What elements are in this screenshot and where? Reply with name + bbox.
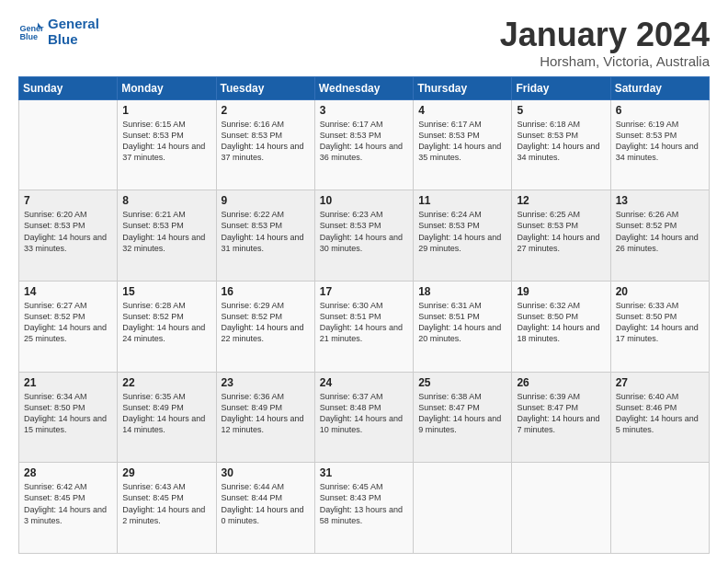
day-number: 18 bbox=[418, 285, 506, 298]
calendar-cell: 10Sunrise: 6:23 AM Sunset: 8:53 PM Dayli… bbox=[314, 190, 413, 282]
calendar-cell bbox=[610, 463, 709, 554]
cell-details: Sunrise: 6:32 AM Sunset: 8:50 PM Dayligh… bbox=[517, 300, 605, 345]
day-number: 15 bbox=[122, 285, 210, 298]
calendar-cell: 23Sunrise: 6:36 AM Sunset: 8:49 PM Dayli… bbox=[216, 372, 314, 463]
calendar-cell: 21Sunrise: 6:34 AM Sunset: 8:50 PM Dayli… bbox=[19, 372, 118, 463]
day-number: 22 bbox=[122, 376, 210, 389]
day-number: 21 bbox=[24, 376, 112, 389]
day-number: 24 bbox=[320, 376, 408, 389]
calendar-week-3: 14Sunrise: 6:27 AM Sunset: 8:52 PM Dayli… bbox=[19, 281, 710, 372]
header-friday: Friday bbox=[512, 76, 610, 99]
title-block: January 2024 Horsham, Victoria, Australi… bbox=[500, 17, 710, 69]
calendar-cell: 24Sunrise: 6:37 AM Sunset: 8:48 PM Dayli… bbox=[314, 372, 413, 463]
cell-details: Sunrise: 6:29 AM Sunset: 8:52 PM Dayligh… bbox=[222, 300, 310, 345]
cell-details: Sunrise: 6:44 AM Sunset: 8:44 PM Dayligh… bbox=[222, 481, 310, 526]
calendar-cell: 3Sunrise: 6:17 AM Sunset: 8:53 PM Daylig… bbox=[314, 99, 413, 190]
logo-general: General bbox=[48, 17, 99, 32]
day-number: 14 bbox=[24, 285, 112, 298]
cell-details: Sunrise: 6:17 AM Sunset: 8:53 PM Dayligh… bbox=[320, 119, 408, 164]
calendar-cell: 16Sunrise: 6:29 AM Sunset: 8:52 PM Dayli… bbox=[216, 281, 314, 372]
calendar-week-4: 21Sunrise: 6:34 AM Sunset: 8:50 PM Dayli… bbox=[19, 372, 710, 463]
day-number: 16 bbox=[222, 285, 310, 298]
cell-details: Sunrise: 6:45 AM Sunset: 8:43 PM Dayligh… bbox=[320, 481, 408, 526]
calendar-cell: 1Sunrise: 6:15 AM Sunset: 8:53 PM Daylig… bbox=[118, 99, 216, 190]
cell-details: Sunrise: 6:26 AM Sunset: 8:52 PM Dayligh… bbox=[616, 209, 704, 254]
day-number: 29 bbox=[122, 466, 210, 479]
calendar-header-row: Sunday Monday Tuesday Wednesday Thursday… bbox=[19, 76, 710, 99]
cell-details: Sunrise: 6:39 AM Sunset: 8:47 PM Dayligh… bbox=[517, 391, 605, 436]
day-number: 17 bbox=[320, 285, 408, 298]
logo: General Blue General Blue bbox=[18, 17, 99, 47]
calendar-cell: 22Sunrise: 6:35 AM Sunset: 8:49 PM Dayli… bbox=[118, 372, 216, 463]
cell-details: Sunrise: 6:18 AM Sunset: 8:53 PM Dayligh… bbox=[517, 119, 605, 164]
calendar-cell: 4Sunrise: 6:17 AM Sunset: 8:53 PM Daylig… bbox=[414, 99, 512, 190]
day-number: 31 bbox=[320, 466, 408, 479]
calendar-cell: 26Sunrise: 6:39 AM Sunset: 8:47 PM Dayli… bbox=[512, 372, 610, 463]
cell-details: Sunrise: 6:22 AM Sunset: 8:53 PM Dayligh… bbox=[222, 209, 310, 254]
day-number: 25 bbox=[418, 376, 506, 389]
calendar-cell bbox=[414, 463, 512, 554]
cell-details: Sunrise: 6:31 AM Sunset: 8:51 PM Dayligh… bbox=[418, 300, 506, 345]
day-number: 4 bbox=[418, 104, 506, 117]
header-thursday: Thursday bbox=[414, 76, 512, 99]
calendar-cell: 17Sunrise: 6:30 AM Sunset: 8:51 PM Dayli… bbox=[314, 281, 413, 372]
day-number: 26 bbox=[517, 376, 605, 389]
cell-details: Sunrise: 6:21 AM Sunset: 8:53 PM Dayligh… bbox=[122, 209, 210, 254]
day-number: 2 bbox=[222, 104, 310, 117]
cell-details: Sunrise: 6:36 AM Sunset: 8:49 PM Dayligh… bbox=[222, 391, 310, 436]
cell-details: Sunrise: 6:27 AM Sunset: 8:52 PM Dayligh… bbox=[24, 300, 112, 345]
cell-details: Sunrise: 6:28 AM Sunset: 8:52 PM Dayligh… bbox=[122, 300, 210, 345]
calendar-cell: 31Sunrise: 6:45 AM Sunset: 8:43 PM Dayli… bbox=[314, 463, 413, 554]
day-number: 10 bbox=[320, 194, 408, 207]
header-monday: Monday bbox=[118, 76, 216, 99]
calendar-cell: 20Sunrise: 6:33 AM Sunset: 8:50 PM Dayli… bbox=[610, 281, 709, 372]
cell-details: Sunrise: 6:37 AM Sunset: 8:48 PM Dayligh… bbox=[320, 391, 408, 436]
cell-details: Sunrise: 6:35 AM Sunset: 8:49 PM Dayligh… bbox=[122, 391, 210, 436]
calendar-cell: 14Sunrise: 6:27 AM Sunset: 8:52 PM Dayli… bbox=[19, 281, 118, 372]
svg-text:Blue: Blue bbox=[19, 32, 38, 41]
cell-details: Sunrise: 6:38 AM Sunset: 8:47 PM Dayligh… bbox=[418, 391, 506, 436]
svg-text:General: General bbox=[19, 23, 44, 32]
day-number: 7 bbox=[24, 194, 112, 207]
day-number: 30 bbox=[222, 466, 310, 479]
header-saturday: Saturday bbox=[610, 76, 709, 99]
calendar-week-5: 28Sunrise: 6:42 AM Sunset: 8:45 PM Dayli… bbox=[19, 463, 710, 554]
day-number: 11 bbox=[418, 194, 506, 207]
cell-details: Sunrise: 6:24 AM Sunset: 8:53 PM Dayligh… bbox=[418, 209, 506, 254]
day-number: 1 bbox=[122, 104, 210, 117]
cell-details: Sunrise: 6:17 AM Sunset: 8:53 PM Dayligh… bbox=[418, 119, 506, 164]
header-sunday: Sunday bbox=[19, 76, 118, 99]
day-number: 27 bbox=[616, 376, 704, 389]
calendar-cell: 25Sunrise: 6:38 AM Sunset: 8:47 PM Dayli… bbox=[414, 372, 512, 463]
cell-details: Sunrise: 6:16 AM Sunset: 8:53 PM Dayligh… bbox=[222, 119, 310, 164]
calendar-table: Sunday Monday Tuesday Wednesday Thursday… bbox=[18, 76, 710, 554]
calendar-cell: 30Sunrise: 6:44 AM Sunset: 8:44 PM Dayli… bbox=[216, 463, 314, 554]
cell-details: Sunrise: 6:40 AM Sunset: 8:46 PM Dayligh… bbox=[616, 391, 704, 436]
calendar-cell: 19Sunrise: 6:32 AM Sunset: 8:50 PM Dayli… bbox=[512, 281, 610, 372]
cell-details: Sunrise: 6:20 AM Sunset: 8:53 PM Dayligh… bbox=[24, 209, 112, 254]
calendar-cell: 15Sunrise: 6:28 AM Sunset: 8:52 PM Dayli… bbox=[118, 281, 216, 372]
calendar-week-1: 1Sunrise: 6:15 AM Sunset: 8:53 PM Daylig… bbox=[19, 99, 710, 190]
location: Horsham, Victoria, Australia bbox=[500, 53, 710, 69]
page: General Blue General Blue January 2024 H… bbox=[0, 0, 728, 563]
header-wednesday: Wednesday bbox=[314, 76, 413, 99]
calendar-cell: 7Sunrise: 6:20 AM Sunset: 8:53 PM Daylig… bbox=[19, 190, 118, 282]
day-number: 9 bbox=[222, 194, 310, 207]
cell-details: Sunrise: 6:43 AM Sunset: 8:45 PM Dayligh… bbox=[122, 481, 210, 526]
day-number: 8 bbox=[122, 194, 210, 207]
calendar-cell: 13Sunrise: 6:26 AM Sunset: 8:52 PM Dayli… bbox=[610, 190, 709, 282]
calendar-cell: 6Sunrise: 6:19 AM Sunset: 8:53 PM Daylig… bbox=[610, 99, 709, 190]
calendar-cell: 11Sunrise: 6:24 AM Sunset: 8:53 PM Dayli… bbox=[414, 190, 512, 282]
calendar-cell: 29Sunrise: 6:43 AM Sunset: 8:45 PM Dayli… bbox=[118, 463, 216, 554]
cell-details: Sunrise: 6:34 AM Sunset: 8:50 PM Dayligh… bbox=[24, 391, 112, 436]
day-number: 6 bbox=[616, 104, 704, 117]
day-number: 3 bbox=[320, 104, 408, 117]
cell-details: Sunrise: 6:15 AM Sunset: 8:53 PM Dayligh… bbox=[122, 119, 210, 164]
calendar-cell: 28Sunrise: 6:42 AM Sunset: 8:45 PM Dayli… bbox=[19, 463, 118, 554]
header-tuesday: Tuesday bbox=[216, 76, 314, 99]
day-number: 13 bbox=[616, 194, 704, 207]
calendar-cell bbox=[19, 99, 118, 190]
cell-details: Sunrise: 6:25 AM Sunset: 8:53 PM Dayligh… bbox=[517, 209, 605, 254]
day-number: 28 bbox=[24, 466, 112, 479]
header: General Blue General Blue January 2024 H… bbox=[18, 17, 710, 69]
